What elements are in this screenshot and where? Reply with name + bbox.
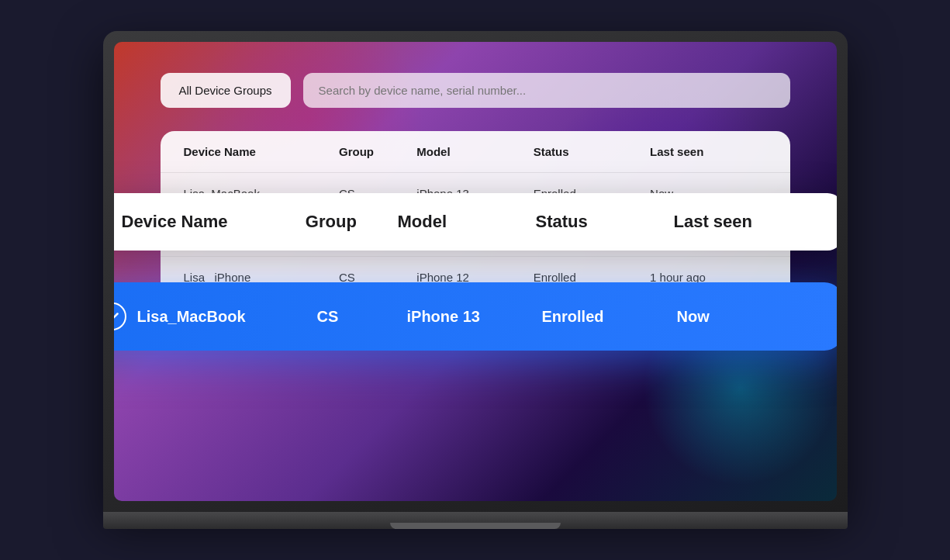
floating-col-group: Group [306, 212, 398, 232]
floating-col-status: Status [536, 212, 674, 232]
laptop-base [103, 512, 848, 529]
laptop-screen: All Device Groups Device Name Group Mode… [114, 42, 837, 501]
selected-status: Enrolled [542, 308, 677, 326]
check-icon [114, 302, 126, 330]
device-groups-button[interactable]: All Device Groups [161, 73, 291, 108]
search-bar [303, 73, 790, 108]
selected-model: iPhone 13 [407, 308, 542, 326]
col-status: Status [534, 145, 650, 158]
col-group: Group [339, 145, 416, 158]
col-last-seen: Last seen [650, 145, 766, 158]
table-header-row: Device Name Group Model Status Last seen [161, 131, 790, 173]
floating-selected-row[interactable]: Lisa_MacBook CS iPhone 13 Enrolled Now [114, 282, 837, 351]
top-controls: All Device Groups [161, 73, 790, 108]
floating-header-card: Device Name Group Model Status Last seen [114, 193, 837, 251]
floating-col-device-name: Device Name [122, 212, 306, 232]
search-input[interactable] [319, 84, 775, 97]
col-model: Model [416, 145, 533, 158]
selected-group: CS [317, 308, 407, 326]
selected-device-name: Lisa_MacBook [137, 308, 317, 326]
selected-last-seen: Now [677, 308, 812, 326]
laptop-body: All Device Groups Device Name Group Mode… [103, 31, 848, 512]
laptop-wrapper: All Device Groups Device Name Group Mode… [49, 16, 902, 544]
floating-col-model: Model [397, 212, 535, 232]
col-device-name: Device Name [184, 145, 340, 158]
floating-col-last-seen: Last seen [674, 212, 812, 232]
